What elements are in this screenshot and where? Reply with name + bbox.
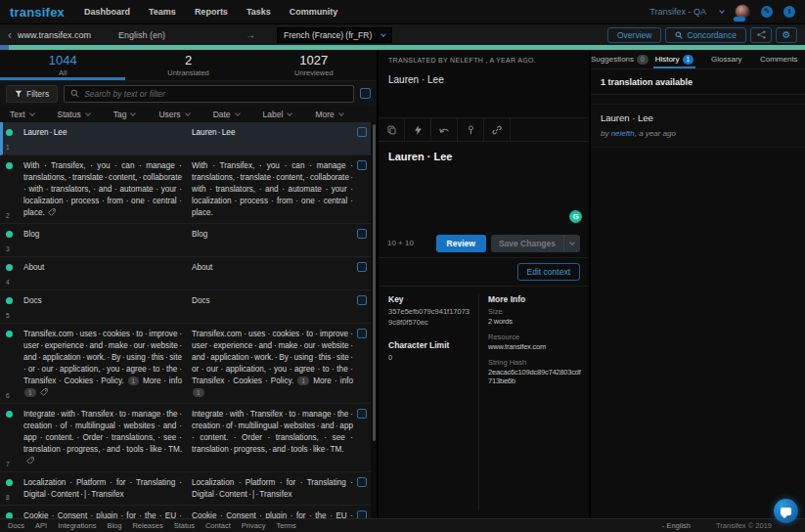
avatar-badge — [734, 17, 745, 22]
string-number: 6 — [6, 384, 23, 399]
nav-item-teams[interactable]: Teams — [149, 7, 176, 17]
string-checkbox[interactable] — [357, 160, 367, 170]
concordance-button[interactable]: Concordance — [665, 27, 746, 43]
stat-tab-untranslated[interactable]: 2Untranslated — [125, 50, 250, 80]
save-options-caret[interactable] — [563, 235, 580, 252]
review-button[interactable]: Review — [436, 235, 486, 252]
nav-item-dashboard[interactable]: Dashboard — [84, 7, 130, 17]
filter-dropdown-text[interactable]: Text — [10, 110, 34, 119]
footer-link-terms[interactable]: Terms — [276, 521, 295, 530]
string-checkbox[interactable] — [357, 295, 367, 305]
history-entry[interactable]: Lauren · Lee by nelefth, a year ago — [591, 104, 805, 148]
translation-editor[interactable]: Lauren · Lee G — [379, 142, 589, 229]
share-button[interactable] — [750, 27, 772, 43]
size-value: 2 words — [488, 317, 583, 326]
save-changes-button[interactable]: Save Changes — [491, 235, 580, 252]
footer-link-contact[interactable]: Contact — [205, 521, 231, 530]
string-row[interactable]: 5DocsDocs — [0, 290, 377, 324]
scrollbar[interactable] — [371, 122, 377, 518]
user-avatar[interactable] — [735, 4, 750, 20]
footer-link-blog[interactable]: Blog — [107, 521, 121, 530]
filter-dropdown-label[interactable]: Label — [263, 110, 292, 119]
footer-link-privacy[interactable]: Privacy — [242, 521, 266, 530]
string-checkbox[interactable] — [357, 409, 367, 419]
string-checkbox[interactable] — [357, 229, 367, 239]
context-panel: Suggestions0History1GlossaryComments 1 t… — [591, 50, 805, 518]
edit-context-button[interactable]: Edit context — [517, 263, 580, 281]
string-row[interactable]: 4AboutAbout — [0, 257, 377, 290]
nav-item-reports[interactable]: Reports — [195, 7, 228, 17]
stat-count: 2 — [185, 53, 192, 67]
filter-dropdown-users[interactable]: Users — [158, 110, 189, 119]
string-text: Docs — [192, 296, 210, 305]
source-cell: Blog — [23, 229, 192, 252]
string-checkbox[interactable] — [357, 329, 367, 338]
string-checkbox[interactable] — [357, 477, 367, 487]
concordance-label: Concordance — [687, 30, 737, 40]
footer-link-releases[interactable]: Releases — [132, 521, 162, 530]
footer-link-api[interactable]: API — [35, 521, 47, 530]
navbar-right: Transifex - QA ✎ i — [649, 4, 795, 20]
scrollbar-thumb[interactable] — [373, 124, 376, 441]
source-cell: Localization · Platform · for · Translat… — [23, 477, 192, 501]
filter-dropdown-date[interactable]: Date — [213, 110, 240, 119]
history-user-link[interactable]: nelefth — [611, 129, 635, 138]
source-cell: Cookie · Consent · plugin · for · the · … — [23, 510, 192, 518]
back-icon[interactable] — [8, 30, 12, 40]
char-limit-value: 0 — [388, 353, 470, 364]
search-input[interactable] — [84, 89, 347, 99]
tab-suggestions[interactable]: Suggestions0 — [591, 50, 648, 68]
grammarly-icon[interactable]: G — [569, 210, 582, 223]
string-checkbox[interactable] — [357, 262, 367, 272]
string-row[interactable]: 8Localization · Platform · for · Transla… — [0, 472, 377, 506]
filter-dropdown-label: Tag — [113, 110, 127, 119]
nav-item-tasks[interactable]: Tasks — [246, 7, 271, 17]
filters-button[interactable]: Filters — [6, 85, 58, 103]
target-language-select[interactable]: French (France) (fr_FR) — [277, 27, 392, 43]
char-limit-label: Character Limit — [388, 340, 470, 350]
translation-text[interactable]: Lauren · Lee — [388, 151, 579, 162]
tab-label: Comments — [760, 55, 798, 64]
filter-dropdown-status[interactable]: Status — [58, 110, 90, 119]
machine-translation-button[interactable] — [405, 118, 431, 141]
filter-dropdown-more[interactable]: More — [315, 110, 342, 119]
string-checkbox[interactable] — [357, 510, 367, 518]
select-all-checkbox[interactable] — [360, 88, 371, 99]
footer-language-select[interactable]: - English — [662, 521, 691, 530]
copy-source-button[interactable] — [379, 118, 405, 141]
source-string-view: TRANSLATED BY NELEFTH , A YEAR AGO. Laur… — [379, 50, 589, 118]
footer-link-status[interactable]: Status — [174, 521, 195, 530]
stat-tab-all[interactable]: 1044All — [0, 50, 125, 80]
overview-button[interactable]: Overview — [607, 27, 661, 43]
stat-tab-unreviewed[interactable]: 1027Unreviewed — [251, 50, 377, 80]
tab-history[interactable]: History1 — [648, 50, 700, 68]
tab-glossary[interactable]: Glossary — [700, 50, 752, 68]
edit-icon[interactable]: ✎ — [761, 6, 773, 18]
link-button[interactable] — [484, 118, 511, 141]
transifex-logo[interactable]: transifex — [10, 5, 65, 20]
string-row[interactable]: 1Lauren · LeeLauren · Lee — [0, 122, 377, 155]
settings-button[interactable]: ⚙ — [776, 27, 797, 43]
resource-breadcrumb[interactable]: www.transifex.com — [18, 30, 91, 40]
string-text: Docs — [23, 296, 42, 305]
string-row[interactable]: 6Transifex.com · uses · cookies · to · i… — [0, 324, 377, 404]
nav-item-community[interactable]: Community — [290, 7, 338, 17]
tab-comments[interactable]: Comments — [753, 50, 805, 68]
editor-toolbar-bar: www.transifex.com English (en) French (F… — [0, 23, 805, 45]
row-check-wrap — [357, 229, 367, 252]
filter-dropdown-tag[interactable]: Tag — [113, 110, 136, 119]
string-row[interactable]: 3BlogBlog — [0, 224, 377, 257]
string-number: 5 — [6, 304, 23, 319]
footer-link-integrations[interactable]: Integrations — [58, 521, 96, 530]
pin-button[interactable] — [458, 118, 484, 141]
footer-link-docs[interactable]: Docs — [8, 521, 24, 530]
string-row[interactable]: 2With · Transifex, · you · can · manage … — [0, 155, 377, 224]
support-chat-button[interactable] — [774, 499, 798, 523]
project-selector[interactable]: Transifex - QA — [649, 7, 724, 17]
string-row[interactable]: 7Integrate · with · Transifex · to · man… — [0, 404, 377, 472]
undo-button[interactable] — [431, 118, 458, 141]
string-row[interactable]: 9Cookie · Consent · plugin · for · the ·… — [0, 506, 377, 518]
count-badge: 1 — [24, 388, 36, 397]
string-checkbox[interactable] — [357, 127, 367, 137]
info-icon[interactable]: i — [783, 6, 795, 18]
